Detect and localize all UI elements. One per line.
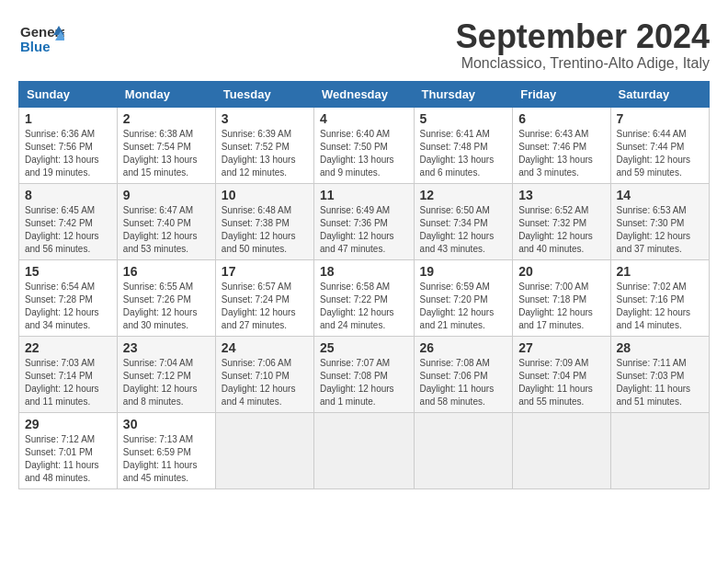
calendar-cell: 18Sunrise: 6:58 AM Sunset: 7:22 PM Dayli… <box>314 259 415 336</box>
calendar-cell: 3Sunrise: 6:39 AM Sunset: 7:52 PM Daylig… <box>215 107 313 183</box>
day-info: Sunrise: 6:48 AM Sunset: 7:38 PM Dayligh… <box>222 204 308 256</box>
calendar-cell: 11Sunrise: 6:49 AM Sunset: 7:36 PM Dayli… <box>314 183 415 259</box>
calendar-week-5: 29Sunrise: 7:12 AM Sunset: 7:01 PM Dayli… <box>19 412 710 488</box>
day-number: 12 <box>420 188 507 202</box>
day-info: Sunrise: 6:55 AM Sunset: 7:26 PM Dayligh… <box>123 281 210 332</box>
calendar-cell: 28Sunrise: 7:11 AM Sunset: 7:03 PM Dayli… <box>610 336 709 412</box>
day-number: 2 <box>123 111 210 126</box>
weekday-tuesday: Tuesday <box>215 81 313 107</box>
calendar-cell: 9Sunrise: 6:47 AM Sunset: 7:40 PM Daylig… <box>117 183 215 259</box>
day-info: Sunrise: 7:12 AM Sunset: 7:01 PM Dayligh… <box>25 433 111 485</box>
day-number: 7 <box>617 111 703 126</box>
day-number: 11 <box>320 188 408 202</box>
calendar-cell: 25Sunrise: 7:07 AM Sunset: 7:08 PM Dayli… <box>314 336 415 412</box>
calendar-cell: 26Sunrise: 7:08 AM Sunset: 7:06 PM Dayli… <box>414 336 513 412</box>
day-number: 8 <box>25 188 111 202</box>
weekday-header: SundayMondayTuesdayWednesdayThursdayFrid… <box>19 81 710 107</box>
day-number: 29 <box>25 417 111 431</box>
weekday-wednesday: Wednesday <box>314 81 415 107</box>
day-number: 23 <box>123 340 210 355</box>
day-info: Sunrise: 6:44 AM Sunset: 7:44 PM Dayligh… <box>617 128 703 179</box>
calendar-cell <box>610 412 709 488</box>
calendar-cell <box>414 412 513 488</box>
day-info: Sunrise: 7:02 AM Sunset: 7:16 PM Dayligh… <box>617 281 703 332</box>
day-number: 26 <box>420 340 507 355</box>
calendar-cell: 27Sunrise: 7:09 AM Sunset: 7:04 PM Dayli… <box>513 336 610 412</box>
svg-text:Blue: Blue <box>20 39 51 54</box>
day-number: 21 <box>617 264 703 279</box>
calendar-week-2: 8Sunrise: 6:45 AM Sunset: 7:42 PM Daylig… <box>19 183 710 259</box>
weekday-friday: Friday <box>513 81 610 107</box>
calendar-table: SundayMondayTuesdayWednesdayThursdayFrid… <box>18 81 710 489</box>
day-info: Sunrise: 6:59 AM Sunset: 7:20 PM Dayligh… <box>420 281 507 332</box>
day-number: 28 <box>617 340 703 355</box>
day-number: 13 <box>518 188 604 202</box>
day-info: Sunrise: 6:41 AM Sunset: 7:48 PM Dayligh… <box>420 128 507 179</box>
calendar-cell: 12Sunrise: 6:50 AM Sunset: 7:34 PM Dayli… <box>414 183 513 259</box>
calendar-body: 1Sunrise: 6:36 AM Sunset: 7:56 PM Daylig… <box>19 107 710 488</box>
calendar-cell: 24Sunrise: 7:06 AM Sunset: 7:10 PM Dayli… <box>215 336 313 412</box>
day-number: 3 <box>222 111 308 126</box>
calendar-cell: 30Sunrise: 7:13 AM Sunset: 6:59 PM Dayli… <box>117 412 215 488</box>
day-info: Sunrise: 6:38 AM Sunset: 7:54 PM Dayligh… <box>123 128 210 179</box>
day-number: 14 <box>617 188 703 202</box>
calendar-cell <box>215 412 313 488</box>
calendar-cell: 13Sunrise: 6:52 AM Sunset: 7:32 PM Dayli… <box>513 183 610 259</box>
calendar-cell: 17Sunrise: 6:57 AM Sunset: 7:24 PM Dayli… <box>215 259 313 336</box>
day-number: 9 <box>123 188 210 202</box>
calendar-cell: 16Sunrise: 6:55 AM Sunset: 7:26 PM Dayli… <box>117 259 215 336</box>
day-info: Sunrise: 7:04 AM Sunset: 7:12 PM Dayligh… <box>123 357 210 408</box>
calendar-cell: 23Sunrise: 7:04 AM Sunset: 7:12 PM Dayli… <box>117 336 215 412</box>
day-info: Sunrise: 6:40 AM Sunset: 7:50 PM Dayligh… <box>320 128 408 179</box>
day-info: Sunrise: 6:58 AM Sunset: 7:22 PM Dayligh… <box>320 281 408 332</box>
calendar-cell <box>314 412 415 488</box>
day-info: Sunrise: 7:13 AM Sunset: 6:59 PM Dayligh… <box>123 433 210 485</box>
calendar-cell: 29Sunrise: 7:12 AM Sunset: 7:01 PM Dayli… <box>19 412 118 488</box>
logo: General Blue <box>18 18 64 63</box>
weekday-sunday: Sunday <box>19 81 118 107</box>
calendar-cell: 22Sunrise: 7:03 AM Sunset: 7:14 PM Dayli… <box>19 336 118 412</box>
calendar-cell: 8Sunrise: 6:45 AM Sunset: 7:42 PM Daylig… <box>19 183 118 259</box>
month-title: September 2024 <box>456 18 710 55</box>
day-number: 18 <box>320 264 408 279</box>
day-info: Sunrise: 6:45 AM Sunset: 7:42 PM Dayligh… <box>25 204 111 256</box>
weekday-monday: Monday <box>117 81 215 107</box>
day-info: Sunrise: 6:43 AM Sunset: 7:46 PM Dayligh… <box>518 128 604 179</box>
calendar-cell: 2Sunrise: 6:38 AM Sunset: 7:54 PM Daylig… <box>117 107 215 183</box>
day-info: Sunrise: 6:39 AM Sunset: 7:52 PM Dayligh… <box>222 128 308 179</box>
calendar-cell: 15Sunrise: 6:54 AM Sunset: 7:28 PM Dayli… <box>19 259 118 336</box>
day-info: Sunrise: 6:53 AM Sunset: 7:30 PM Dayligh… <box>617 204 703 256</box>
day-number: 16 <box>123 264 210 279</box>
calendar-cell: 20Sunrise: 7:00 AM Sunset: 7:18 PM Dayli… <box>513 259 610 336</box>
day-info: Sunrise: 7:06 AM Sunset: 7:10 PM Dayligh… <box>222 357 308 408</box>
calendar-week-3: 15Sunrise: 6:54 AM Sunset: 7:28 PM Dayli… <box>19 259 710 336</box>
day-number: 15 <box>25 264 111 279</box>
day-info: Sunrise: 7:03 AM Sunset: 7:14 PM Dayligh… <box>25 357 111 408</box>
day-number: 24 <box>222 340 308 355</box>
day-number: 19 <box>420 264 507 279</box>
calendar-cell <box>513 412 610 488</box>
day-number: 20 <box>518 264 604 279</box>
calendar-cell: 5Sunrise: 6:41 AM Sunset: 7:48 PM Daylig… <box>414 107 513 183</box>
calendar-cell: 10Sunrise: 6:48 AM Sunset: 7:38 PM Dayli… <box>215 183 313 259</box>
calendar-cell: 14Sunrise: 6:53 AM Sunset: 7:30 PM Dayli… <box>610 183 709 259</box>
day-info: Sunrise: 6:54 AM Sunset: 7:28 PM Dayligh… <box>25 281 111 332</box>
day-info: Sunrise: 7:09 AM Sunset: 7:04 PM Dayligh… <box>518 357 604 408</box>
day-info: Sunrise: 6:52 AM Sunset: 7:32 PM Dayligh… <box>518 204 604 256</box>
day-number: 27 <box>518 340 604 355</box>
header: General Blue September 2024 Monclassico,… <box>18 18 710 72</box>
title-area: September 2024 Monclassico, Trentino-Alt… <box>456 18 710 72</box>
day-info: Sunrise: 7:11 AM Sunset: 7:03 PM Dayligh… <box>617 357 703 408</box>
calendar-week-1: 1Sunrise: 6:36 AM Sunset: 7:56 PM Daylig… <box>19 107 710 183</box>
day-number: 17 <box>222 264 308 279</box>
day-info: Sunrise: 7:08 AM Sunset: 7:06 PM Dayligh… <box>420 357 507 408</box>
day-number: 25 <box>320 340 408 355</box>
day-info: Sunrise: 7:07 AM Sunset: 7:08 PM Dayligh… <box>320 357 408 408</box>
calendar-week-4: 22Sunrise: 7:03 AM Sunset: 7:14 PM Dayli… <box>19 336 710 412</box>
day-number: 4 <box>320 111 408 126</box>
day-info: Sunrise: 6:49 AM Sunset: 7:36 PM Dayligh… <box>320 204 408 256</box>
calendar-cell: 6Sunrise: 6:43 AM Sunset: 7:46 PM Daylig… <box>513 107 610 183</box>
location-title: Monclassico, Trentino-Alto Adige, Italy <box>456 55 710 72</box>
logo-icon: General Blue <box>18 18 64 60</box>
calendar-cell: 7Sunrise: 6:44 AM Sunset: 7:44 PM Daylig… <box>610 107 709 183</box>
